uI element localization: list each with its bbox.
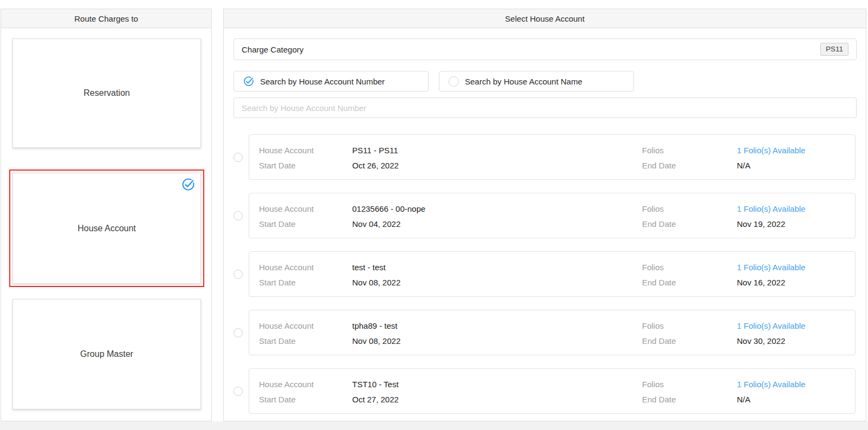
start-date-value: Nov 04, 2022 [352, 219, 642, 229]
route-card-house-account-label: House Account [77, 224, 136, 233]
folios-available-link[interactable]: 1 Folio(s) Available [737, 204, 845, 213]
search-by-number-option[interactable]: Search by House Account Number [234, 71, 429, 92]
charge-category-field[interactable]: Charge Category PS11 [234, 38, 857, 60]
route-card-reservation[interactable]: Reservation [12, 38, 201, 148]
house-account-card[interactable]: House Account tpha89 - test Folios 1 Fol… [249, 310, 856, 355]
search-by-number-label: Search by House Account Number [260, 77, 385, 86]
end-date-label: End Date [642, 278, 737, 287]
check-circle-icon [243, 76, 254, 87]
route-card-house-account-inner[interactable]: House Account [12, 173, 201, 284]
route-charges-panel: Route Charges to Reservation House Accou… [1, 9, 212, 421]
house-account-label: House Account [259, 146, 352, 155]
house-account-label: House Account [259, 380, 352, 389]
house-account-card[interactable]: House Account 01235666 - 00-nope Folios … [249, 193, 856, 238]
house-account-row-1: House Account PS11 - PS11 Folios 1 Folio… [234, 134, 856, 180]
end-date-label: End Date [642, 395, 737, 404]
house-account-search-input[interactable] [234, 97, 857, 118]
folios-available-link[interactable]: 1 Folio(s) Available [737, 146, 845, 155]
house-account-label: House Account [259, 204, 352, 213]
route-card-reservation-label: Reservation [83, 88, 129, 98]
charge-category-label: Charge Category [242, 45, 303, 54]
end-date-label: End Date [642, 161, 737, 170]
end-date-value: Nov 16, 2022 [737, 278, 845, 287]
house-account-value: TST10 - Test [352, 380, 642, 389]
house-account-label: House Account [259, 263, 352, 272]
start-date-label: Start Date [259, 161, 352, 170]
folios-label: Folios [642, 321, 737, 330]
start-date-label: Start Date [259, 395, 352, 404]
row-radio[interactable] [234, 328, 243, 337]
route-card-group-master[interactable]: Group Master [12, 299, 201, 409]
house-account-value: test - test [352, 263, 642, 272]
house-account-row-4: House Account tpha89 - test Folios 1 Fol… [234, 310, 856, 355]
folios-label: Folios [642, 263, 737, 272]
check-circle-icon [182, 178, 195, 191]
folios-label: Folios [642, 204, 737, 213]
end-date-value: N/A [737, 161, 845, 170]
search-by-name-option[interactable]: Search by House Account Name [439, 71, 634, 92]
row-radio[interactable] [234, 211, 243, 220]
folios-available-link[interactable]: 1 Folio(s) Available [737, 321, 845, 330]
house-account-row-5: House Account TST10 - Test Folios 1 Foli… [234, 368, 856, 414]
search-mode-row: Search by House Account Number Search by… [234, 71, 634, 92]
start-date-value: Oct 26, 2022 [352, 161, 642, 170]
search-by-name-label: Search by House Account Name [465, 77, 582, 86]
folios-available-link[interactable]: 1 Folio(s) Available [737, 263, 845, 272]
end-date-value: Nov 19, 2022 [737, 219, 845, 229]
house-account-value: tpha89 - test [352, 321, 642, 330]
row-radio[interactable] [234, 387, 243, 396]
route-cards-container: Reservation House Account Group Master [1, 28, 211, 421]
house-account-row-3: House Account test - test Folios 1 Folio… [234, 251, 856, 297]
start-date-label: Start Date [259, 278, 352, 287]
house-account-value: PS11 - PS11 [352, 146, 642, 155]
house-account-card[interactable]: House Account test - test Folios 1 Folio… [249, 251, 856, 297]
start-date-label: Start Date [259, 336, 352, 346]
house-account-list: House Account PS11 - PS11 Folios 1 Folio… [234, 134, 856, 414]
end-date-label: End Date [642, 219, 737, 229]
page-bottom-strip [0, 421, 868, 430]
route-card-house-account[interactable]: House Account [9, 170, 204, 287]
end-date-value: N/A [737, 395, 845, 404]
radio-unselected-icon [449, 76, 459, 87]
house-account-card[interactable]: House Account TST10 - Test Folios 1 Foli… [249, 368, 856, 414]
start-date-label: Start Date [259, 219, 352, 229]
start-date-value: Nov 08, 2022 [352, 336, 642, 346]
end-date-label: End Date [642, 336, 737, 346]
route-charges-header: Route Charges to [1, 9, 211, 28]
end-date-value: Nov 30, 2022 [737, 336, 845, 346]
select-house-account-title: Select House Account [505, 14, 585, 23]
house-account-card[interactable]: House Account PS11 - PS11 Folios 1 Folio… [249, 134, 856, 180]
select-house-account-panel: Select House Account Charge Category PS1… [223, 9, 866, 421]
charge-category-chip: PS11 [820, 43, 848, 56]
house-account-value: 01235666 - 00-nope [352, 204, 642, 213]
route-charges-title: Route Charges to [74, 14, 138, 23]
row-radio[interactable] [234, 153, 243, 162]
folios-label: Folios [642, 146, 737, 155]
house-account-label: House Account [259, 321, 352, 330]
select-house-account-header: Select House Account [224, 9, 866, 28]
start-date-value: Oct 27, 2022 [352, 395, 642, 404]
folios-label: Folios [642, 380, 737, 389]
folios-available-link[interactable]: 1 Folio(s) Available [737, 380, 845, 389]
row-radio[interactable] [234, 270, 243, 279]
house-account-row-2: House Account 01235666 - 00-nope Folios … [234, 193, 856, 238]
start-date-value: Nov 08, 2022 [352, 278, 642, 287]
route-card-group-master-label: Group Master [80, 349, 133, 359]
